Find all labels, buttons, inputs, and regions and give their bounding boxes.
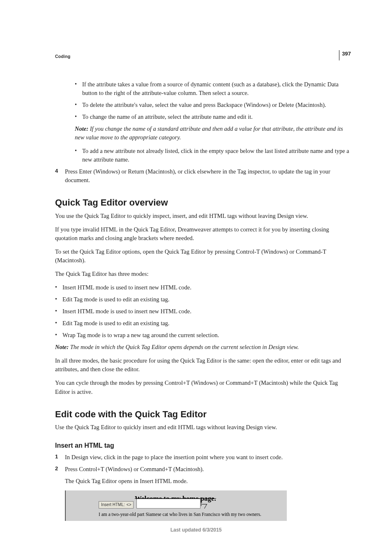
list-item: To delete the attribute's value, select … (75, 101, 351, 109)
text-cursor-icon (201, 498, 207, 506)
paragraph: The Quick Tag Editor has three modes: (55, 270, 351, 278)
step-number: 4 (55, 167, 58, 175)
section-heading: Edit code with the Quick Tag Editor (55, 408, 351, 421)
code-glyph-icon: <> (127, 502, 131, 508)
paragraph: If you type invalid HTML in the Quick Ta… (55, 225, 351, 243)
bullet-list: If the attribute takes a value from a so… (75, 80, 351, 121)
content-body: If the attribute takes a value from a so… (55, 80, 351, 520)
subsection-heading: Insert an HTML tag (55, 441, 351, 450)
note-label: Note: (55, 344, 69, 350)
note-label: Note: (75, 125, 88, 132)
paragraph: You use the Quick Tag Editor to quickly … (55, 212, 351, 220)
step-item: 2 Press Control+T (Windows) or Command+T… (55, 465, 351, 474)
list-item: Wrap Tag mode is to wrap a new tag aroun… (55, 331, 351, 340)
figure-heading-tail: ge. (208, 495, 216, 502)
step-item: 4 Press Enter (Windows) or Return (Macin… (55, 167, 351, 185)
insert-html-input[interactable] (136, 499, 201, 509)
paragraph: You can cycle through the modes by press… (55, 379, 351, 396)
step-number: 2 (55, 465, 58, 473)
list-item: Insert HTML mode is used to insert new H… (55, 283, 351, 292)
step-list: 4 Press Enter (Windows) or Return (Macin… (55, 167, 351, 185)
step-text: Press Control+T (Windows) or Command+T (… (65, 466, 204, 472)
figure-subtext: I am a two-year-old part Siamese cat who… (99, 511, 261, 518)
paragraph: In all three modes, the basic procedure … (55, 356, 351, 374)
running-header: Coding (55, 53, 351, 60)
footer-last-updated: Last updated 6/3/2015 (0, 527, 392, 534)
note-block: Note: If you change the name of a standa… (75, 125, 351, 142)
paragraph: To set the Quick Tag Editor options, ope… (55, 247, 351, 265)
page: Coding 397 If the attribute takes a valu… (0, 0, 392, 555)
list-item: Edit Tag mode is used to edit an existin… (55, 295, 351, 304)
insert-html-label: Insert HTML: (101, 502, 125, 508)
page-number: 397 (339, 50, 351, 60)
note-text: If you change the name of a standard att… (75, 125, 343, 141)
list-item: Edit Tag mode is used to edit an existin… (55, 319, 351, 328)
note-block: Note: The mode in which the Quick Tag Ed… (55, 343, 351, 352)
bullet-list: Insert HTML mode is used to insert new H… (55, 283, 351, 340)
step-text: In Design view, click in the page to pla… (65, 454, 283, 460)
list-item: To add a new attribute not already liste… (75, 147, 351, 164)
step-list: 1 In Design view, click in the page to p… (55, 453, 351, 474)
figure-quick-tag-editor: Welcome to my home page. Insert HTML: <>… (65, 490, 287, 521)
insert-html-label-box: Insert HTML: <> (99, 501, 134, 509)
list-item: Insert HTML mode is used to insert new H… (55, 307, 351, 316)
list-item: To change the name of an attribute, sele… (75, 113, 351, 121)
section-heading: Quick Tag Editor overview (55, 196, 351, 209)
paragraph: Use the Quick Tag Editor to quickly inse… (55, 423, 351, 432)
step-text: Press Enter (Windows) or Return (Macinto… (65, 168, 330, 183)
bullet-list: To add a new attribute not already liste… (75, 147, 351, 164)
note-text: The mode in which the Quick Tag Editor o… (70, 344, 299, 350)
step-number: 1 (55, 453, 58, 461)
figure-inner: Welcome to my home page. Insert HTML: <>… (69, 493, 287, 518)
step-item: 1 In Design view, click in the page to p… (55, 453, 351, 462)
list-item: If the attribute takes a value from a so… (75, 80, 351, 97)
paragraph: The Quick Tag Editor opens in Insert HTM… (65, 477, 351, 486)
